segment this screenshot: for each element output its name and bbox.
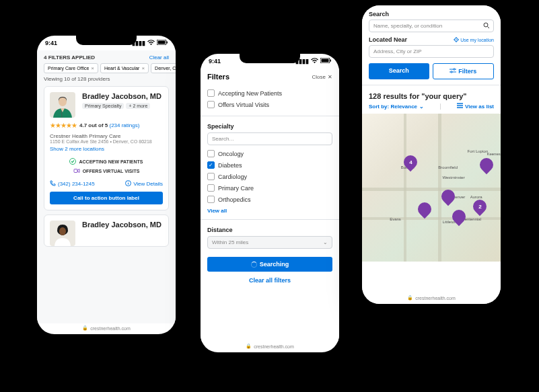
clear-all-link[interactable]: Clear all: [149, 54, 169, 61]
status-icons: ▮▮▮▮: [295, 58, 331, 65]
svg-line-17: [488, 26, 490, 28]
map-city-label: Keenesburg: [487, 152, 501, 156]
filter-chip[interactable]: Primary Care Office×: [44, 63, 98, 73]
sort-dropdown[interactable]: Sort by: Relevance ⌄: [369, 104, 424, 110]
svg-point-27: [451, 71, 452, 73]
filter-chip[interactable]: Denver, CO×: [151, 63, 176, 73]
close-icon[interactable]: ×: [141, 65, 145, 71]
checkbox-icon: [207, 101, 215, 108]
phone-icon: [50, 180, 56, 188]
checkbox-accepting[interactable]: Accepting New Patients: [207, 87, 332, 99]
sliders-icon: [450, 68, 456, 75]
video-icon: [73, 167, 80, 175]
svg-rect-6: [74, 169, 77, 173]
search-icon[interactable]: [483, 22, 490, 30]
svg-point-25: [454, 69, 455, 70]
url-bar: 🔒 crestnerhealth.com: [37, 325, 176, 331]
more-tag: + 2 more: [126, 103, 150, 109]
specialty-checkbox[interactable]: ✓Diabetes: [207, 159, 332, 171]
svg-rect-14: [322, 59, 329, 63]
virtual-badge: OFFERS VIRTUAL VISITS: [73, 167, 140, 175]
provider-name: Bradley Jacobson, MD: [82, 221, 163, 229]
view-as-list-link[interactable]: View as list: [457, 103, 494, 110]
checkbox-icon: [207, 184, 215, 192]
close-icon: ✕: [328, 74, 332, 80]
screen: Search Name, specialty, or condition Loc…: [362, 5, 501, 304]
spinner-icon: [251, 262, 257, 268]
location-icon: [454, 37, 459, 43]
svg-rect-1: [158, 41, 166, 44]
map-city-label: Broomfield: [438, 165, 458, 169]
info-icon: [125, 180, 131, 188]
phone-link[interactable]: (342) 234-1245: [50, 180, 95, 188]
svg-point-19: [456, 39, 457, 40]
specialty-checkbox[interactable]: Primary Care: [207, 182, 332, 194]
use-my-location-link[interactable]: Use my location: [454, 37, 494, 43]
wifi-icon: [147, 40, 155, 46]
screen: 9:41 ▮▮▮▮ Filters Close ✕ Accepting New …: [201, 54, 339, 352]
map-pin[interactable]: [480, 158, 493, 175]
svg-point-12: [59, 227, 66, 235]
screen: 9:41 ▮▮▮▮ 4 FILTERS APPLIED Clear all Pr…: [37, 36, 176, 334]
url-bar: 🔒 crestnerhealth.com: [362, 295, 501, 301]
lock-icon: 🔒: [246, 344, 252, 349]
search-label: Search: [369, 11, 494, 17]
checkbox-virtual[interactable]: Offers Virtual Visits: [207, 99, 332, 110]
filter-chip[interactable]: Heart & Vascular×: [100, 63, 149, 73]
accepting-badge: ACCEPTING NEW PATIENTS: [69, 158, 143, 165]
view-all-link[interactable]: View all: [207, 208, 332, 214]
checkbox-icon: [207, 196, 215, 203]
map-pin[interactable]: 4: [404, 155, 417, 173]
battery-icon: [157, 40, 168, 46]
address: 1150 E Colfax Ave Ste 2456 • Denver, CO …: [50, 139, 163, 144]
filters-button[interactable]: Filters: [433, 63, 495, 79]
map-city-label: Fort Lupton: [468, 149, 489, 153]
map-pin[interactable]: [441, 190, 455, 207]
specialty-search-input[interactable]: Search…: [207, 132, 332, 145]
specialty-checkbox[interactable]: Orthopedics: [207, 194, 332, 205]
lock-icon: 🔒: [407, 295, 413, 301]
map[interactable]: BoulderDenverAuroraEvansWestminsterLittl…: [362, 114, 501, 262]
svg-rect-2: [167, 42, 168, 44]
specialty-tag: Primary Specialty: [82, 103, 124, 109]
content: Search Name, specialty, or condition Loc…: [362, 5, 501, 304]
provider-card: Bradley Jacobson, MD: [44, 214, 169, 247]
status-time: 9:41: [45, 40, 57, 46]
close-button[interactable]: Close ✕: [312, 74, 332, 80]
list-icon: [457, 103, 463, 110]
clear-all-filters-link[interactable]: Clear all filters: [207, 277, 332, 284]
filters-applied-label: 4 FILTERS APPLIED: [44, 54, 95, 61]
searching-button[interactable]: Searching: [207, 257, 332, 272]
close-icon[interactable]: ×: [91, 65, 94, 71]
search-input[interactable]: Name, specialty, or condition: [369, 19, 494, 32]
avatar: [50, 221, 75, 246]
avatar: [50, 92, 75, 118]
notch: [76, 36, 137, 45]
specialty-checkbox[interactable]: Oncology: [207, 148, 332, 159]
map-pin[interactable]: [418, 202, 431, 220]
location-input[interactable]: Address, City or ZIP: [369, 45, 494, 58]
star-rating-icon: ★★★★★: [50, 122, 77, 129]
phone-filters: 9:41 ▮▮▮▮ Filters Close ✕ Accepting New …: [195, 48, 345, 358]
checkbox-icon: ✓: [207, 161, 215, 169]
svg-rect-15: [330, 60, 332, 62]
specialty-checkbox[interactable]: Cardiology: [207, 171, 332, 182]
filter-chips: Primary Care Office× Heart & Vascular× D…: [44, 63, 169, 73]
view-details-link[interactable]: View Details: [125, 180, 163, 188]
located-label: Located Near: [369, 36, 407, 43]
checkbox-icon: [207, 150, 215, 157]
chevron-down-icon: ⌄: [323, 239, 328, 245]
status-icons: ▮▮▮▮: [132, 40, 168, 46]
viewing-count: Viewing 10 of 128 providers: [44, 76, 169, 82]
map-pin[interactable]: 2: [473, 200, 487, 217]
svg-point-9: [128, 182, 129, 182]
search-button[interactable]: Search: [369, 63, 429, 79]
cta-button[interactable]: Call to action button label: [50, 192, 163, 204]
show-more-locations-link[interactable]: Show 2 more locations: [50, 146, 163, 152]
distance-select[interactable]: Within 25 miles ⌄: [207, 236, 332, 249]
map-pin[interactable]: [452, 210, 466, 227]
phone-results-list: 9:41 ▮▮▮▮ 4 FILTERS APPLIED Clear all Pr…: [32, 30, 181, 340]
location-name: Crestner Health Primary Care: [50, 133, 163, 139]
content: Filters Close ✕ Accepting New Patients O…: [201, 69, 339, 342]
status-time: 9:41: [209, 58, 221, 65]
